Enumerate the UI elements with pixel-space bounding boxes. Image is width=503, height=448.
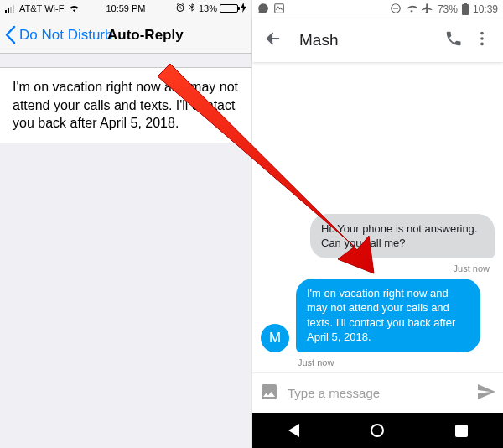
- android-clock: 10:39: [473, 3, 498, 15]
- ios-clock: 10:59 PM: [0, 3, 252, 13]
- ios-status-bar: AT&T Wi-Fi 10:59 PM 13%: [0, 0, 252, 17]
- back-label: Do Not Disturb: [19, 27, 112, 44]
- nav-back-button[interactable]: [288, 424, 299, 437]
- svg-point-6: [480, 43, 484, 46]
- chat-area: Hi. Your phone is not answering. Can you…: [252, 62, 503, 372]
- triangle-back-icon: [288, 424, 299, 437]
- message-input-bar: [252, 372, 503, 413]
- android-phone: 73% 10:39 Mash Hi. Your phone is not ans…: [252, 0, 503, 448]
- send-button[interactable]: [476, 382, 496, 405]
- incoming-text: I'm on vacation right now and may not at…: [307, 287, 455, 344]
- nav-home-button[interactable]: [371, 424, 384, 437]
- wifi-icon: [406, 3, 417, 17]
- svg-point-5: [480, 37, 484, 40]
- back-button[interactable]: [259, 24, 288, 56]
- battery-percent: 73%: [438, 3, 458, 15]
- call-button[interactable]: [439, 24, 468, 56]
- svg-point-4: [480, 32, 484, 35]
- do-not-disturb-icon: [390, 3, 402, 17]
- airplane-icon: [422, 3, 433, 17]
- outgoing-text: Hi. Your phone is not answering. Can you…: [321, 222, 477, 250]
- app-notification-icon: [273, 3, 285, 17]
- auto-reply-message: I'm on vacation right now and may not at…: [13, 80, 238, 130]
- page-title: Auto-Reply: [107, 27, 184, 43]
- message-input[interactable]: [288, 386, 468, 400]
- incoming-timestamp: Just now: [261, 357, 495, 367]
- avatar[interactable]: M: [261, 324, 289, 352]
- contact-name[interactable]: Mash: [299, 31, 439, 49]
- battery-icon: [462, 4, 469, 15]
- square-recent-icon: [455, 425, 468, 437]
- auto-reply-text-cell[interactable]: I'm on vacation right now and may not at…: [0, 67, 252, 143]
- back-button[interactable]: Do Not Disturb: [5, 26, 112, 44]
- android-nav-bar: [252, 413, 503, 448]
- battery-icon: [220, 4, 238, 13]
- whatsapp-icon: [257, 3, 269, 17]
- circle-home-icon: [371, 424, 384, 437]
- image-picker-button[interactable]: [259, 382, 279, 405]
- outgoing-bubble[interactable]: Hi. Your phone is not answering. Can you…: [310, 214, 495, 258]
- ios-nav-bar: Do Not Disturb Auto-Reply: [0, 17, 252, 54]
- ios-phone: AT&T Wi-Fi 10:59 PM 13%: [0, 0, 252, 448]
- outgoing-message-row: Hi. Your phone is not answering. Can you…: [261, 214, 495, 258]
- incoming-message-row: M I'm on vacation right now and may not …: [261, 279, 495, 352]
- outgoing-timestamp: Just now: [261, 263, 495, 273]
- incoming-bubble[interactable]: I'm on vacation right now and may not at…: [296, 279, 480, 352]
- svg-rect-3: [393, 8, 398, 8]
- chat-header: Mash: [252, 18, 503, 62]
- more-button[interactable]: [468, 24, 496, 56]
- nav-recent-button[interactable]: [455, 425, 468, 437]
- android-status-bar: 73% 10:39: [252, 0, 503, 18]
